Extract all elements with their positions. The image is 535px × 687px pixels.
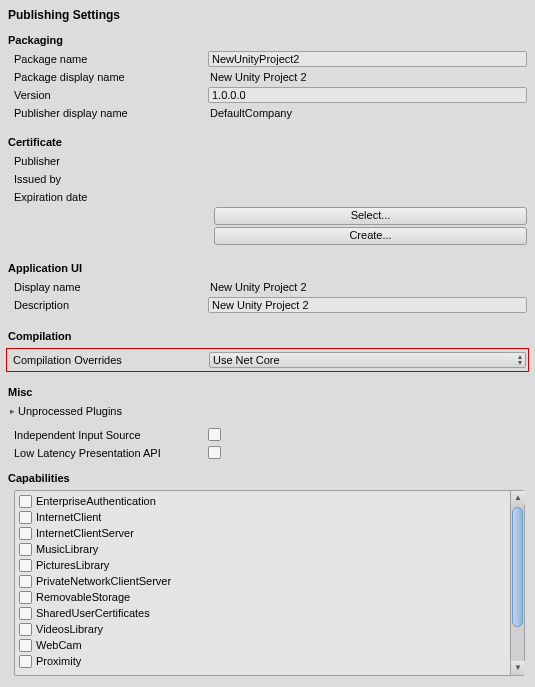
capability-checkbox[interactable]: [19, 527, 32, 540]
capability-checkbox[interactable]: [19, 511, 32, 524]
capability-label: SharedUserCertificates: [36, 607, 150, 619]
capability-checkbox[interactable]: [19, 591, 32, 604]
issued-by-label: Issued by: [8, 173, 208, 185]
capability-item: EnterpriseAuthentication: [19, 493, 506, 509]
capability-item: InternetClientServer: [19, 525, 506, 541]
publisher-display-name-value: DefaultCompany: [208, 107, 527, 119]
capability-checkbox[interactable]: [19, 639, 32, 652]
capability-label: MusicLibrary: [36, 543, 98, 555]
create-certificate-button[interactable]: Create...: [214, 227, 527, 245]
independent-input-label: Independent Input Source: [8, 429, 208, 441]
select-certificate-button[interactable]: Select...: [214, 207, 527, 225]
low-latency-label: Low Latency Presentation API: [8, 447, 208, 459]
package-name-field[interactable]: [208, 51, 527, 67]
display-name-label: Display name: [8, 281, 208, 293]
misc-heading: Misc: [6, 380, 529, 402]
capability-label: PicturesLibrary: [36, 559, 109, 571]
unprocessed-plugins-label: Unprocessed Plugins: [18, 405, 122, 417]
compilation-overrides-value: Use Net Core: [213, 354, 280, 366]
panel-title: Publishing Settings: [6, 4, 529, 28]
application-ui-heading: Application UI: [6, 256, 529, 278]
capability-label: InternetClientServer: [36, 527, 134, 539]
capability-label: RemovableStorage: [36, 591, 130, 603]
capability-item: MusicLibrary: [19, 541, 506, 557]
packaging-heading: Packaging: [6, 28, 529, 50]
low-latency-checkbox[interactable]: [208, 446, 221, 459]
compilation-overrides-dropdown[interactable]: Use Net Core ▴▾: [209, 352, 526, 368]
dropdown-arrows-icon: ▴▾: [518, 354, 522, 366]
unprocessed-plugins-foldout[interactable]: ▸ Unprocessed Plugins: [6, 402, 529, 420]
expiration-date-label: Expiration date: [8, 191, 208, 203]
publishing-settings-panel: Publishing Settings Packaging Package na…: [0, 0, 535, 687]
version-field[interactable]: [208, 87, 527, 103]
capability-checkbox[interactable]: [19, 623, 32, 636]
capability-label: PrivateNetworkClientServer: [36, 575, 171, 587]
capability-label: Proximity: [36, 655, 81, 667]
capability-item: PicturesLibrary: [19, 557, 506, 573]
capability-item: Proximity: [19, 653, 506, 669]
capability-label: WebCam: [36, 639, 82, 651]
capability-checkbox[interactable]: [19, 575, 32, 588]
capability-item: PrivateNetworkClientServer: [19, 573, 506, 589]
capability-item: RemovableStorage: [19, 589, 506, 605]
publisher-label: Publisher: [8, 155, 208, 167]
scroll-up-icon[interactable]: ▲: [511, 491, 525, 505]
capabilities-scrollbar[interactable]: ▲ ▼: [510, 491, 524, 675]
independent-input-checkbox[interactable]: [208, 428, 221, 441]
scroll-thumb[interactable]: [512, 507, 523, 627]
capability-item: VideosLibrary: [19, 621, 506, 637]
foldout-arrow-icon: ▸: [6, 406, 18, 416]
capability-item: WebCam: [19, 637, 506, 653]
capability-label: InternetClient: [36, 511, 101, 523]
publisher-display-name-label: Publisher display name: [8, 107, 208, 119]
description-field[interactable]: [208, 297, 527, 313]
compilation-overrides-label: Compilation Overrides: [9, 354, 209, 366]
capability-item: InternetClient: [19, 509, 506, 525]
package-display-name-label: Package display name: [8, 71, 208, 83]
capability-label: VideosLibrary: [36, 623, 103, 635]
capability-label: EnterpriseAuthentication: [36, 495, 156, 507]
package-display-name-value: New Unity Project 2: [208, 71, 527, 83]
capability-checkbox[interactable]: [19, 559, 32, 572]
version-label: Version: [8, 89, 208, 101]
capability-checkbox[interactable]: [19, 543, 32, 556]
capability-item: SharedUserCertificates: [19, 605, 506, 621]
compilation-overrides-highlight: Compilation Overrides Use Net Core ▴▾: [6, 348, 529, 372]
capability-checkbox[interactable]: [19, 607, 32, 620]
scroll-down-icon[interactable]: ▼: [511, 661, 525, 675]
compilation-heading: Compilation: [6, 324, 529, 346]
package-name-label: Package name: [8, 53, 208, 65]
certificate-heading: Certificate: [6, 130, 529, 152]
display-name-value: New Unity Project 2: [208, 281, 527, 293]
capabilities-listbox: EnterpriseAuthenticationInternetClientIn…: [14, 490, 525, 676]
description-label: Description: [8, 299, 208, 311]
capabilities-heading: Capabilities: [6, 466, 529, 488]
capability-checkbox[interactable]: [19, 495, 32, 508]
capability-checkbox[interactable]: [19, 655, 32, 668]
